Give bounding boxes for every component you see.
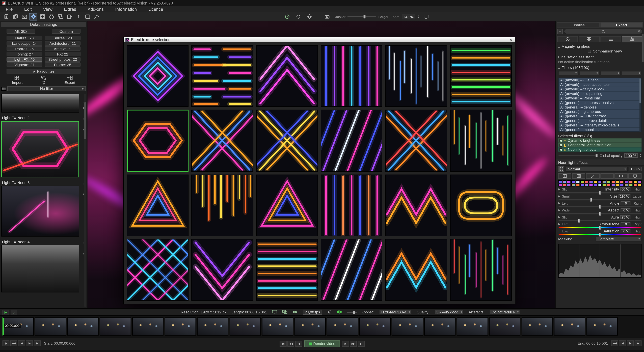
grid-view-icon[interactable]: [579, 36, 600, 42]
preset-category-button[interactable]: Toning: 27: [6, 52, 42, 56]
effect-settings-icon[interactable]: [29, 13, 38, 20]
batch-process-icon[interactable]: [56, 13, 64, 20]
texture-tile[interactable]: [256, 174, 318, 236]
texture-swatch[interactable]: [562, 180, 566, 183]
preset-category-button[interactable]: FX: 22: [45, 52, 80, 56]
texture-tile[interactable]: [321, 174, 382, 236]
texture-swatch[interactable]: [602, 180, 606, 183]
timeline-frame[interactable]: [132, 318, 164, 336]
expand-icon[interactable]: ▶: [558, 208, 561, 212]
speaker-icon[interactable]: [336, 310, 342, 315]
preset-category-button[interactable]: Vignette: 27: [6, 62, 42, 67]
slider-value[interactable]: 0 %: [620, 208, 630, 212]
timeline-frame[interactable]: [392, 318, 423, 336]
zoom-slider[interactable]: [348, 16, 376, 17]
timeline-frame[interactable]: [360, 318, 390, 336]
panel-tab[interactable]: Finalise: [557, 22, 600, 28]
camera-icon[interactable]: [323, 13, 331, 20]
texture-swatch[interactable]: [633, 180, 637, 183]
slider-handle[interactable]: [598, 205, 600, 208]
copy-icon[interactable]: [11, 13, 19, 20]
timeline-frame[interactable]: [100, 318, 131, 336]
pencil-icon[interactable]: [586, 173, 600, 178]
gear-icon[interactable]: [327, 310, 332, 315]
timeline-frame[interactable]: [294, 318, 326, 336]
texture-swatch[interactable]: [620, 180, 624, 183]
expand-icon[interactable]: ▶: [558, 188, 561, 191]
eye-icon[interactable]: [292, 310, 298, 314]
texture-tile[interactable]: [386, 45, 447, 107]
preset-item[interactable]: Light FX Neon 4★+↻: [1, 239, 80, 292]
texture-tile[interactable]: [386, 239, 447, 301]
expand-icon[interactable]: ▶: [558, 216, 561, 219]
slider-value[interactable]: 0 °: [620, 201, 630, 205]
texture-swatch[interactable]: [594, 184, 598, 186]
filter-list-scrollbar[interactable]: [640, 78, 641, 132]
preset-filter-tab[interactable]: Custom: [52, 29, 80, 34]
preset-list-scrollbar[interactable]: [84, 94, 86, 307]
monitor-icon[interactable]: [272, 310, 278, 315]
texture-tile[interactable]: [321, 239, 382, 301]
preset-item[interactable]: ★+↻: [1, 94, 80, 112]
timeline-frame[interactable]: [230, 318, 261, 336]
slider-handle[interactable]: [590, 198, 592, 202]
slider-value[interactable]: 60 %: [620, 187, 630, 191]
clear-search-icon[interactable]: ✕: [638, 30, 640, 33]
timeline-frame[interactable]: [522, 318, 553, 336]
add-filter-button[interactable]: +: [557, 29, 563, 34]
slider-handle[interactable]: [598, 226, 600, 230]
preview-icon[interactable]: [628, 173, 642, 178]
preset-category-button[interactable]: Portrait: 25: [6, 46, 42, 51]
timeline-frame[interactable]: [457, 318, 488, 336]
panel-scrollbar[interactable]: [642, 34, 644, 62]
sliders-view-icon[interactable]: [622, 36, 642, 42]
texture-tile[interactable]: [256, 45, 318, 107]
slider-handle[interactable]: [598, 233, 600, 236]
preset-thumbnail[interactable]: [1, 245, 79, 292]
transport-button[interactable]: ▶: [342, 341, 349, 347]
flip-horizontal-icon[interactable]: [306, 13, 314, 20]
slider-track[interactable]: [558, 199, 642, 200]
filter-list-item[interactable]: AI (general) – HDR contrast: [559, 114, 641, 119]
mask-histogram[interactable]: [558, 244, 642, 278]
filter-list-item[interactable]: AI (artwork) – old painting: [559, 92, 641, 96]
transport-button[interactable]: |◀: [2, 340, 10, 346]
slider-track[interactable]: [558, 213, 642, 214]
texture-tile[interactable]: [321, 110, 382, 172]
filter-category-dropdown[interactable]: [600, 71, 620, 76]
selected-filter-row[interactable]: ✓ ☀ Dynamic brightness: [558, 138, 642, 143]
texture-swatch[interactable]: [598, 180, 602, 183]
filter-list-item[interactable]: AI (general) – improve details: [559, 119, 641, 123]
texture-tile[interactable]: [127, 239, 189, 301]
filter-list-item[interactable]: AI (general) – moonlight: [559, 128, 641, 132]
slider-track[interactable]: [558, 220, 642, 221]
panel-tab[interactable]: Expert: [600, 22, 643, 28]
texture-swatch[interactable]: [580, 184, 584, 186]
texture-tile[interactable]: [450, 110, 512, 172]
current-filter-thumbnail[interactable]: [1, 87, 6, 90]
slider-handle[interactable]: [598, 191, 600, 195]
menu-item[interactable]: Extras: [58, 6, 82, 12]
upload-icon[interactable]: [74, 13, 82, 20]
fit-screen-icon[interactable]: [422, 13, 430, 20]
filter-enabled-checkbox[interactable]: ✓: [560, 148, 562, 151]
filter-list-item[interactable]: AI (general) – intensify micro-details: [559, 123, 641, 128]
texture-swatch[interactable]: [598, 184, 602, 186]
texture-tile[interactable]: [192, 45, 253, 107]
selected-filter-row[interactable]: ✓ ▦ Neon light effects: [558, 148, 642, 152]
timeline-frame[interactable]: [327, 318, 358, 336]
global-opacity-stepper[interactable]: ▲▼: [640, 154, 642, 158]
texture-swatch[interactable]: [589, 184, 593, 186]
preset-thumbnail[interactable]: [1, 94, 79, 112]
texture-tile[interactable]: [127, 45, 189, 107]
texture-swatch[interactable]: [567, 180, 571, 183]
new-project-icon[interactable]: [2, 13, 10, 20]
layer-opacity-value[interactable]: 100%: [629, 167, 642, 171]
texture-swatch[interactable]: [620, 184, 624, 186]
screenshot-icon[interactable]: [20, 13, 28, 20]
comparison-view-checkbox[interactable]: [588, 50, 591, 53]
transport-button[interactable]: ◀◀: [10, 340, 17, 346]
filter-list-item[interactable]: AI (artwork) – abstract contour: [559, 82, 641, 87]
preset-category-button[interactable]: Street photos: 22: [45, 57, 80, 62]
filter-enabled-checkbox[interactable]: ✓: [560, 144, 562, 146]
